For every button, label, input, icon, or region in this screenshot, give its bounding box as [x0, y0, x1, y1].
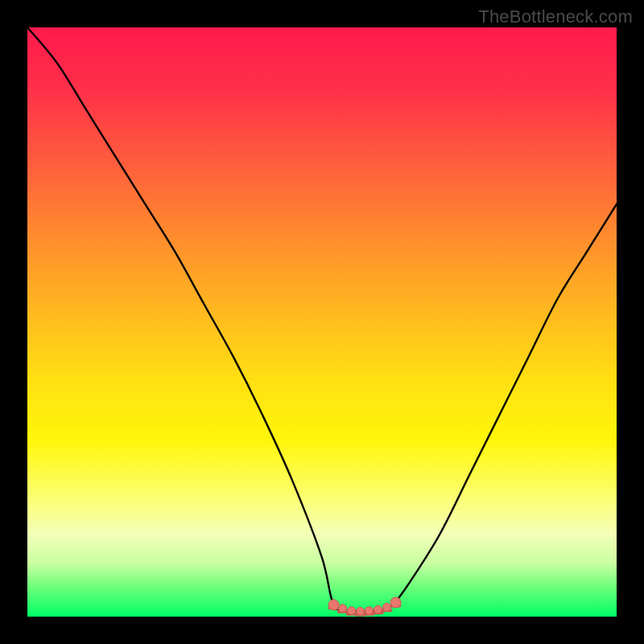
valley-marker-dot [357, 607, 365, 615]
valley-marker-dot [328, 600, 339, 610]
valley-marker-dot [365, 607, 374, 615]
chart-frame: TheBottleneck.com [0, 0, 644, 644]
valley-marker-dot [348, 607, 356, 615]
valley-marker-dot [339, 605, 347, 613]
valley-marker-dot [374, 605, 382, 613]
valley-marker-dot [390, 597, 401, 608]
bottleneck-curve [27, 27, 617, 617]
plot-area [27, 27, 617, 617]
watermark-text: TheBottleneck.com [478, 6, 633, 27]
valley-marker-dot [383, 603, 391, 611]
